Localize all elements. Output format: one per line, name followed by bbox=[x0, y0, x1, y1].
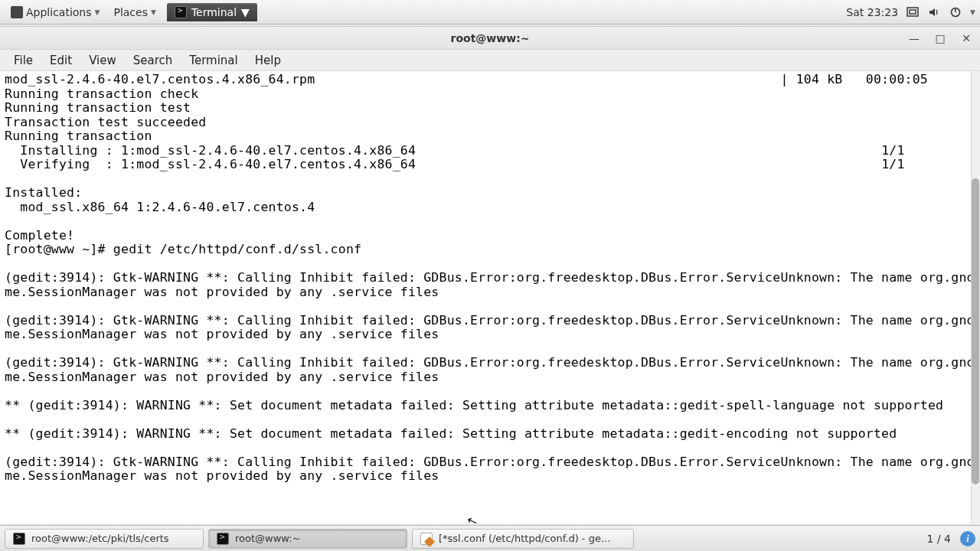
menu-search[interactable]: Search bbox=[126, 51, 181, 70]
terminal-icon bbox=[175, 6, 187, 18]
workspace-indicator[interactable]: 1 / 4 bbox=[923, 533, 956, 545]
active-app-label: Terminal bbox=[191, 6, 237, 18]
taskbar-item-label: [*ssl.conf (/etc/httpd/conf.d) - ge... bbox=[439, 533, 610, 544]
places-label: Places bbox=[113, 6, 148, 18]
terminal-window: root@www:~ — □ ✕ File Edit View Search T… bbox=[0, 26, 980, 523]
window-title: root@www:~ bbox=[0, 32, 980, 44]
bottom-taskbar: root@www:/etc/pki/tls/certs root@www:~ [… bbox=[0, 525, 980, 551]
top-panel: Applications ▼ Places ▼ Terminal ▼ Sat 2… bbox=[0, 0, 980, 24]
menu-terminal[interactable]: Terminal bbox=[181, 51, 245, 70]
scrollbar-thumb[interactable] bbox=[972, 178, 979, 484]
clock[interactable]: Sat 23:23 bbox=[846, 6, 898, 18]
gedit-icon bbox=[420, 533, 433, 545]
scrollbar[interactable] bbox=[971, 71, 980, 523]
terminal-viewport[interactable]: mod_ssl-2.4.6-40.el7.centos.4.x86_64.rpm… bbox=[0, 71, 980, 523]
places-menu[interactable]: Places ▼ bbox=[107, 3, 162, 21]
terminal-icon bbox=[217, 533, 229, 545]
menu-edit[interactable]: Edit bbox=[42, 51, 80, 70]
chevron-down-icon: ▼ bbox=[241, 6, 250, 18]
applications-label: Applications bbox=[26, 6, 92, 18]
maximize-button[interactable]: □ bbox=[933, 31, 948, 46]
titlebar[interactable]: root@www:~ — □ ✕ bbox=[0, 27, 980, 50]
taskbar-item-terminal-home[interactable]: root@www:~ bbox=[208, 529, 407, 549]
taskbar-item-gedit[interactable]: [*ssl.conf (/etc/httpd/conf.d) - ge... bbox=[412, 529, 634, 549]
chevron-down-icon: ▼ bbox=[151, 8, 156, 16]
chevron-down-icon: ▼ bbox=[95, 8, 100, 16]
menu-view[interactable]: View bbox=[81, 51, 124, 70]
svg-rect-1 bbox=[910, 10, 916, 14]
active-app-menu[interactable]: Terminal ▼ bbox=[167, 3, 257, 21]
taskbar-item-label: root@www:~ bbox=[235, 533, 301, 544]
menu-help[interactable]: Help bbox=[247, 51, 289, 70]
close-button[interactable]: ✕ bbox=[959, 31, 974, 46]
chevron-down-icon[interactable]: ▼ bbox=[970, 8, 975, 16]
minimize-button[interactable]: — bbox=[906, 31, 922, 46]
fullscreen-icon[interactable] bbox=[906, 5, 920, 19]
applications-icon bbox=[11, 6, 23, 18]
power-icon[interactable] bbox=[949, 5, 962, 19]
taskbar-item-label: root@www:/etc/pki/tls/certs bbox=[31, 533, 169, 544]
terminal-icon bbox=[13, 533, 25, 545]
info-icon[interactable]: i bbox=[960, 531, 975, 546]
terminal-output[interactable]: mod_ssl-2.4.6-40.el7.centos.4.x86_64.rpm… bbox=[5, 73, 977, 484]
taskbar-item-terminal-certs[interactable]: root@www:/etc/pki/tls/certs bbox=[5, 529, 204, 549]
menubar: File Edit View Search Terminal Help bbox=[0, 50, 980, 71]
applications-menu[interactable]: Applications ▼ bbox=[5, 3, 106, 21]
svg-rect-0 bbox=[907, 8, 918, 16]
menu-file[interactable]: File bbox=[6, 51, 41, 70]
volume-icon[interactable] bbox=[927, 5, 941, 19]
